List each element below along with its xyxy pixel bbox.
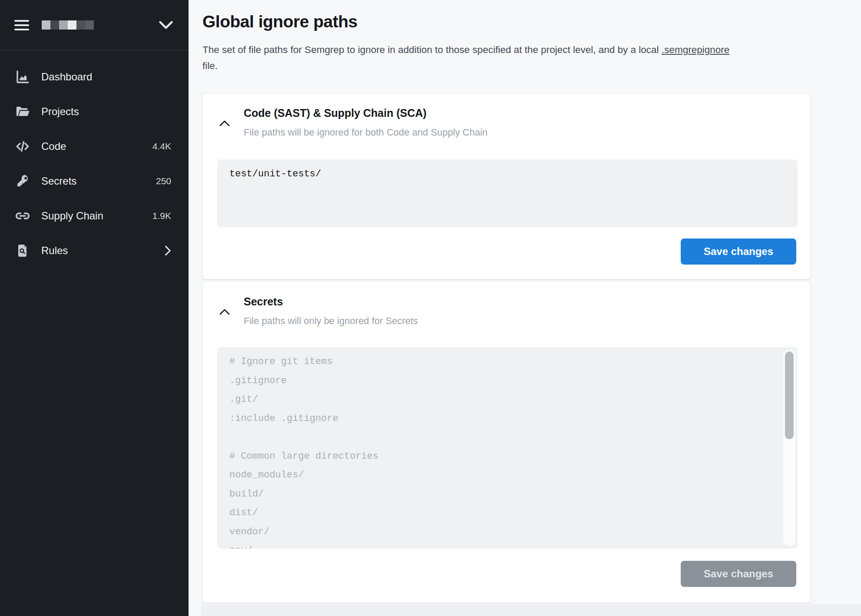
chart-icon: [14, 69, 31, 85]
sidebar-header: [0, 0, 189, 50]
collapse-chevron-up-icon[interactable]: [218, 117, 231, 130]
save-changes-button[interactable]: Save changes: [681, 238, 796, 265]
folder-icon: [14, 103, 31, 120]
hamburger-menu-icon[interactable]: [14, 20, 29, 30]
sidebar-item-label: Supply Chain: [41, 210, 103, 222]
scrollbar-track[interactable]: [783, 350, 795, 546]
secrets-ignore-paths-textarea[interactable]: # Ignore git items .gitignore .git/ :inc…: [217, 347, 798, 549]
code-count-badge: 4.4K: [152, 141, 171, 152]
sidebar: Dashboard Projects Code 4.4K Secrets 250: [0, 0, 189, 616]
sidebar-item-code[interactable]: Code 4.4K: [0, 132, 189, 160]
sidebar-item-label: Code: [41, 140, 66, 152]
card-subtitle: File paths will only be ignored for Secr…: [244, 314, 418, 328]
page-description: The set of file paths for Semgrep to ign…: [202, 42, 811, 74]
card-title: Secrets: [244, 295, 283, 308]
code-ignore-paths-textarea[interactable]: test/unit-tests/: [217, 159, 798, 227]
sidebar-item-label: Projects: [41, 106, 79, 118]
sidebar-item-projects[interactable]: Projects: [0, 98, 189, 126]
rules-doc-search-icon: [14, 242, 31, 259]
supply-chain-count-badge: 1.9K: [152, 211, 171, 221]
main-content: Global ignore paths The set of file path…: [189, 0, 861, 616]
collapse-chevron-up-icon[interactable]: [218, 305, 231, 318]
card-subtitle: File paths will be ignored for both Code…: [244, 126, 487, 139]
sidebar-item-label: Dashboard: [41, 71, 92, 83]
org-logo-redacted: [42, 20, 94, 30]
page-title: Global ignore paths: [202, 11, 811, 32]
sidebar-item-supply-chain[interactable]: Supply Chain 1.9K: [0, 202, 189, 230]
chevron-right-icon: [165, 245, 171, 256]
chevron-down-icon[interactable]: [159, 21, 173, 29]
secrets-count-badge: 250: [156, 176, 171, 186]
sidebar-item-rules[interactable]: Rules: [0, 237, 189, 265]
key-icon: [14, 173, 31, 189]
scrollbar-thumb[interactable]: [785, 351, 794, 439]
secrets-card: Secrets File paths will only be ignored …: [202, 282, 811, 603]
code-supply-chain-card: Code (SAST) & Supply Chain (SCA) File pa…: [202, 93, 811, 279]
semgrepignore-link[interactable]: .semgrepignore: [662, 44, 729, 55]
sidebar-nav: Dashboard Projects Code 4.4K Secrets 250: [0, 50, 189, 265]
sidebar-item-dashboard[interactable]: Dashboard: [0, 63, 189, 91]
card-title: Code (SAST) & Supply Chain (SCA): [244, 106, 427, 120]
save-changes-button-disabled[interactable]: Save changes: [681, 561, 796, 587]
sidebar-item-secrets[interactable]: Secrets 250: [0, 167, 189, 195]
description-text-end: file.: [202, 60, 218, 71]
page-bottom-strip: [201, 604, 861, 616]
code-icon: [14, 138, 31, 155]
description-text: The set of file paths for Semgrep to ign…: [202, 44, 662, 55]
link-icon: [14, 208, 31, 224]
sidebar-item-label: Rules: [41, 245, 68, 257]
sidebar-item-label: Secrets: [41, 175, 76, 187]
textarea-value: test/unit-tests/: [217, 159, 798, 189]
textarea-placeholder: # Ignore git items .gitignore .git/ :inc…: [217, 347, 798, 549]
